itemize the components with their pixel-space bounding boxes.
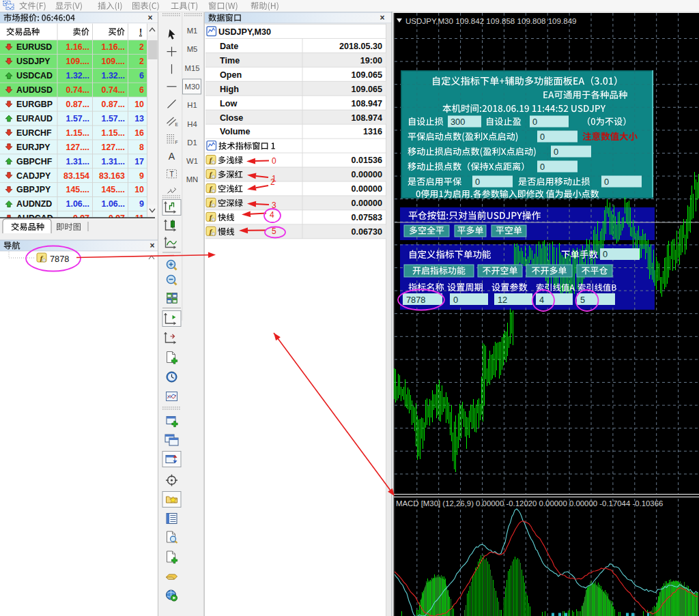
- svg-text:108.947: 108.947: [351, 99, 382, 108]
- svg-text:M30: M30: [185, 83, 200, 91]
- svg-text:109....: 109....: [102, 57, 125, 66]
- svg-text:0: 0: [453, 295, 458, 305]
- svg-text:A: A: [169, 151, 175, 162]
- svg-text:EURGBP: EURGBP: [16, 100, 53, 109]
- svg-text:109....: 109....: [66, 57, 89, 66]
- svg-text:Volume: Volume: [220, 127, 251, 136]
- svg-text:13: 13: [134, 114, 144, 123]
- svg-text:2018.05.30: 2018.05.30: [339, 42, 382, 51]
- svg-text:AUDUSD: AUDUSD: [16, 85, 53, 95]
- svg-text:W1: W1: [186, 157, 198, 165]
- svg-text:F: F: [175, 140, 178, 145]
- svg-text:4: 4: [539, 295, 544, 305]
- svg-text:Time: Time: [220, 56, 240, 65]
- svg-text:0: 0: [604, 177, 609, 187]
- svg-text:0.00000: 0.00000: [351, 184, 382, 194]
- svg-text:12: 12: [498, 295, 507, 305]
- svg-text:7878: 7878: [406, 295, 425, 305]
- svg-text:!: !: [139, 27, 142, 37]
- svg-text:17: 17: [134, 157, 144, 166]
- svg-text:H1: H1: [187, 101, 197, 109]
- svg-text:0: 0: [540, 132, 545, 142]
- svg-text:EURAUD: EURAUD: [16, 114, 53, 123]
- svg-text:0.00000: 0.00000: [351, 170, 382, 179]
- svg-text:0: 0: [554, 147, 558, 157]
- svg-text:×: ×: [147, 13, 152, 23]
- svg-text:0: 0: [475, 177, 480, 187]
- svg-text:USDJPY,M30: USDJPY,M30: [218, 27, 271, 37]
- svg-text:300: 300: [451, 117, 465, 127]
- svg-text:127....: 127....: [102, 143, 125, 152]
- svg-text:1.31...: 1.31...: [102, 157, 125, 166]
- svg-text:2: 2: [270, 177, 275, 187]
- svg-text:MN: MN: [186, 175, 199, 184]
- svg-text:GBPCHF: GBPCHF: [16, 157, 53, 166]
- svg-text:×: ×: [380, 13, 384, 23]
- svg-text:109.065: 109.065: [351, 70, 382, 80]
- svg-text:USDCAD: USDCAD: [16, 71, 53, 80]
- svg-text:109.065: 109.065: [351, 85, 382, 94]
- svg-text:1.32...: 1.32...: [66, 71, 89, 80]
- svg-text:1.57...: 1.57...: [66, 114, 89, 123]
- svg-text:×: ×: [149, 241, 154, 250]
- svg-text:9: 9: [139, 199, 144, 209]
- svg-text:GBPJPY: GBPJPY: [16, 185, 51, 194]
- svg-text:0: 0: [272, 156, 276, 166]
- svg-text:83.154: 83.154: [63, 171, 89, 181]
- svg-text:2: 2: [139, 42, 144, 52]
- svg-text:EURUSD: EURUSD: [16, 42, 52, 52]
- svg-text:0: 0: [532, 117, 537, 127]
- svg-text:6: 6: [139, 71, 144, 80]
- svg-text:High: High: [220, 85, 239, 94]
- svg-text:1.06...: 1.06...: [102, 199, 125, 209]
- svg-text:8: 8: [139, 143, 144, 152]
- svg-text:M15: M15: [185, 64, 200, 72]
- svg-text:127....: 127....: [66, 143, 89, 152]
- svg-text:0.06730: 0.06730: [351, 227, 382, 237]
- svg-text:MACD [M30] (12,26,9) 0.00000 -: MACD [M30] (12,26,9) 0.00000 -0.12020 0.…: [396, 499, 663, 508]
- svg-text:10: 10: [134, 185, 144, 194]
- svg-text:0: 0: [540, 162, 545, 172]
- svg-text:USDJPY,M30 109.842 109.858 109: USDJPY,M30 109.842 109.858 109.808 109.8…: [405, 16, 577, 25]
- svg-text:5: 5: [580, 295, 585, 305]
- svg-text:1316: 1316: [363, 127, 382, 136]
- svg-text:1.06...: 1.06...: [66, 199, 89, 209]
- svg-text:19:00: 19:00: [360, 56, 382, 65]
- svg-text:7878: 7878: [50, 254, 69, 264]
- svg-text:0.87...: 0.87...: [66, 100, 89, 109]
- svg-text:83.163: 83.163: [99, 171, 125, 181]
- svg-text:0.74...: 0.74...: [102, 85, 125, 95]
- svg-text:145....: 145....: [102, 185, 125, 194]
- svg-text:CADJPY: CADJPY: [16, 171, 51, 181]
- svg-text:0.07583: 0.07583: [351, 213, 382, 222]
- svg-text:0: 0: [603, 249, 608, 259]
- svg-text:0.74...: 0.74...: [66, 85, 89, 95]
- svg-text:1.15...: 1.15...: [102, 128, 125, 138]
- svg-text:Date: Date: [220, 42, 238, 51]
- svg-text:108.974: 108.974: [351, 113, 382, 123]
- svg-text:USDJPY: USDJPY: [16, 57, 51, 66]
- svg-text:6: 6: [139, 85, 144, 95]
- svg-text:Close: Close: [220, 113, 243, 123]
- svg-text:E: E: [175, 122, 179, 127]
- svg-text:0.01536: 0.01536: [351, 156, 382, 165]
- svg-text:0.87...: 0.87...: [102, 100, 125, 109]
- svg-text:EURJPY: EURJPY: [16, 143, 51, 152]
- svg-text:AUDNZD: AUDNZD: [16, 199, 52, 209]
- svg-text:Open: Open: [220, 70, 242, 80]
- svg-text:1.32...: 1.32...: [102, 71, 125, 80]
- svg-text:2: 2: [139, 57, 144, 66]
- svg-text:16: 16: [134, 128, 144, 138]
- svg-text:9: 9: [139, 171, 144, 181]
- svg-text:1.16...: 1.16...: [66, 42, 89, 52]
- svg-text:1.15...: 1.15...: [66, 128, 89, 138]
- svg-text:10: 10: [134, 100, 144, 109]
- svg-text:1.57...: 1.57...: [102, 114, 125, 123]
- svg-text:D1: D1: [187, 138, 197, 147]
- svg-text:0.00000: 0.00000: [351, 199, 382, 208]
- svg-text:4: 4: [270, 210, 274, 220]
- svg-text:M1: M1: [187, 27, 198, 35]
- svg-text:M5: M5: [187, 45, 198, 53]
- svg-text:145....: 145....: [66, 185, 89, 194]
- svg-text:Low: Low: [220, 99, 237, 108]
